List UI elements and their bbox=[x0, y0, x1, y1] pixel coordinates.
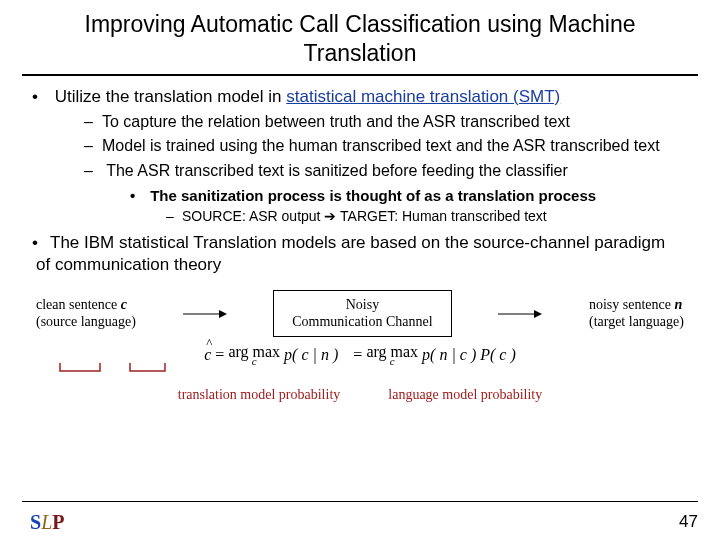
sub-bullet-1: The sanitization process is thought of a… bbox=[130, 186, 684, 226]
footer-rule bbox=[22, 501, 698, 502]
svg-marker-3 bbox=[534, 310, 542, 318]
equation-term-labels: translation model probability language m… bbox=[0, 387, 720, 403]
arrow-icon bbox=[498, 307, 542, 321]
dash-3: The ASR transcribed text is sanitized be… bbox=[84, 161, 684, 225]
diagram-row: clean sentence c (source language) Noisy… bbox=[0, 282, 720, 338]
slide-title: Improving Automatic Call Classification … bbox=[0, 0, 720, 74]
src-var: c bbox=[121, 297, 127, 312]
eq-sub-c-2: c bbox=[390, 355, 395, 367]
box-line1: Noisy bbox=[346, 297, 379, 312]
equation-line2: c = arg max c p( n | c ) P( c ) bbox=[342, 343, 516, 367]
src-line2: (source language) bbox=[36, 314, 136, 329]
box-line2: Communication Channel bbox=[292, 314, 432, 329]
content-area: Utilize the translation model in statist… bbox=[0, 86, 720, 276]
dash-1: To capture the relation between truth an… bbox=[84, 112, 684, 133]
sub-bullet-1-text: The sanitization process is thought of a… bbox=[150, 187, 596, 204]
dash-2: Model is trained using the human transcr… bbox=[84, 136, 684, 157]
sub-dash-1: SOURCE: ASR output ➔ TARGET: Human trans… bbox=[166, 207, 684, 225]
title-rule bbox=[22, 74, 698, 76]
tgt-line1: noisy sentence bbox=[589, 297, 675, 312]
equation-term-brackets bbox=[0, 363, 240, 381]
src-line1: clean sentence bbox=[36, 297, 121, 312]
eq-rhs-2: p( n | c ) P( c ) bbox=[422, 343, 516, 367]
diagram-target-text: noisy sentence n (target language) bbox=[589, 297, 684, 331]
diagram-source-text: clean sentence c (source language) bbox=[36, 297, 136, 331]
lm-label: language model probability bbox=[388, 387, 542, 403]
page-number: 47 bbox=[679, 512, 698, 532]
eq-c-hat: c bbox=[204, 346, 211, 363]
arrow-icon bbox=[183, 307, 227, 321]
eq-rhs-1: p( c | n ) bbox=[284, 343, 338, 367]
smt-link: statistical machine translation (SMT) bbox=[286, 87, 560, 106]
dash-3-text: The ASR transcribed text is sanitized be… bbox=[106, 162, 568, 179]
eq-sub-c-1: c bbox=[252, 355, 257, 367]
tm-label: translation model probability bbox=[178, 387, 341, 403]
tgt-line2: (target language) bbox=[589, 314, 684, 329]
bullet-1-pre: Utilize the translation model in bbox=[55, 87, 287, 106]
slp-logo: SLP bbox=[30, 511, 64, 534]
tgt-var: n bbox=[675, 297, 683, 312]
diagram-channel-box: Noisy Communication Channel bbox=[273, 290, 451, 338]
bullet-1: Utilize the translation model in statist… bbox=[36, 86, 684, 226]
svg-marker-1 bbox=[219, 310, 227, 318]
bullet-2: The IBM statistical Translation models a… bbox=[36, 232, 684, 276]
